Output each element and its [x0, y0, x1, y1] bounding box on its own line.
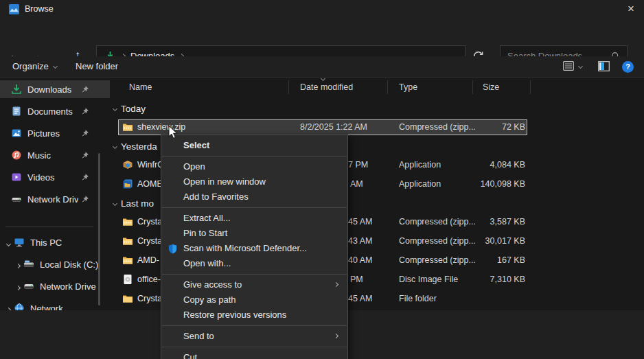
- menu-item-label: Extract All...: [183, 213, 231, 223]
- music-icon: [11, 150, 22, 161]
- sidebar-item-this-pc[interactable]: This PC: [0, 233, 110, 251]
- menu-separator: [162, 325, 347, 326]
- file-size: 72 KB: [453, 122, 525, 132]
- navigation-bar: ← → ↑ Downloads: [0, 18, 644, 56]
- network-drive-icon: [11, 194, 22, 205]
- column-divider[interactable]: [387, 80, 388, 94]
- file-size: 4,084 KB: [453, 160, 525, 170]
- file-date: 43 AM: [348, 236, 372, 246]
- file-name: AOME: [137, 179, 163, 189]
- file-date: 7 PM: [348, 160, 368, 170]
- menu-item-label: Pin to Start: [183, 228, 227, 238]
- defender-shield-icon: [168, 244, 178, 254]
- sidebar-separator: [5, 227, 93, 227]
- sidebar-item-downloads[interactable]: Downloads: [0, 80, 110, 98]
- menu-item-label: Select: [183, 140, 209, 150]
- file-type: Application: [399, 179, 441, 189]
- menu-item-open-in-new-window[interactable]: Open in new window: [161, 174, 347, 189]
- column-header-date-modified[interactable]: Date modified: [300, 82, 353, 92]
- column-divider[interactable]: [288, 80, 289, 94]
- menu-item-pin-to-start[interactable]: Pin to Start: [161, 226, 347, 241]
- this-pc-icon: [14, 237, 25, 248]
- menu-item-add-to-favorites[interactable]: Add to Favorites: [161, 189, 347, 205]
- help-button[interactable]: ?: [622, 61, 634, 73]
- title-bar: Browse ×: [0, 0, 644, 18]
- sidebar-item-label: Network Driv: [27, 194, 78, 205]
- column-header-size[interactable]: Size: [483, 82, 499, 92]
- menu-item-label: Open with...: [183, 258, 231, 268]
- sidebar-item-network-drive[interactable]: Network Drive: [0, 277, 110, 295]
- file-type: Disc Image File: [399, 275, 458, 284]
- menu-item-extract-all[interactable]: Extract All...: [161, 211, 347, 226]
- group-header-today[interactable]: Today: [110, 102, 644, 115]
- sidebar-scrollbar[interactable]: [98, 153, 100, 305]
- group-label: Today: [121, 104, 146, 114]
- menu-item-give-access-to[interactable]: Give access to: [161, 277, 347, 292]
- sidebar-item-network-drive-quick[interactable]: Network Driv: [0, 190, 110, 208]
- column-header-type[interactable]: Type: [399, 82, 417, 92]
- column-divider[interactable]: [472, 80, 473, 94]
- view-mode-button[interactable]: [563, 61, 582, 71]
- sidebar-item-pictures[interactable]: Pictures: [0, 124, 110, 142]
- menu-item-select[interactable]: Select: [161, 138, 347, 153]
- menu-item-open[interactable]: Open: [161, 159, 347, 174]
- menu-item-cut[interactable]: Cut: [161, 350, 347, 359]
- disc-image-icon: [122, 274, 133, 285]
- file-date: PM: [350, 275, 363, 284]
- file-type: File folder: [399, 294, 437, 303]
- videos-icon: [11, 172, 22, 183]
- file-type: Application: [399, 160, 441, 170]
- zip-folder-icon: [122, 216, 133, 227]
- menu-item-label: Add to Favorites: [183, 192, 249, 202]
- zip-folder-icon: [122, 235, 133, 246]
- file-size: 167 KB: [453, 255, 525, 265]
- organize-button[interactable]: Organize: [12, 61, 57, 71]
- menu-item-open-with[interactable]: Open with...: [161, 256, 347, 271]
- sidebar-item-local-disk-c[interactable]: Local Disk (C:): [0, 255, 110, 273]
- file-name: Crysta: [137, 217, 162, 227]
- column-divider[interactable]: [530, 80, 531, 94]
- menu-item-scan-with-defender[interactable]: Scan with Microsoft Defender...: [161, 241, 347, 256]
- pin-icon: [81, 107, 89, 115]
- menu-item-label: Open: [183, 161, 205, 172]
- file-row-shexview-zip[interactable]: shexview.zip 8/2/2025 1:22 AM Compressed…: [110, 119, 644, 135]
- sidebar-item-videos[interactable]: Videos: [0, 168, 110, 186]
- sidebar-item-label: Videos: [27, 172, 55, 183]
- menu-item-label: Copy as path: [183, 294, 236, 305]
- group-label: Yesterda: [121, 141, 157, 152]
- pin-icon: [81, 85, 89, 93]
- group-label: Last mo: [121, 198, 154, 209]
- submenu-arrow-icon: [334, 334, 338, 338]
- file-date: 45 AM: [348, 217, 372, 227]
- folder-icon: [122, 293, 133, 304]
- sidebar-item-documents[interactable]: Documents: [0, 102, 110, 120]
- pin-icon: [81, 151, 89, 159]
- sidebar-item-music[interactable]: Music: [0, 146, 110, 164]
- chevron-right-icon[interactable]: [12, 281, 23, 292]
- menu-item-label: Scan with Microsoft Defender...: [183, 243, 307, 253]
- file-date: 8/2/2025 1:22 AM: [300, 122, 367, 132]
- zip-folder-icon: [122, 255, 133, 266]
- file-name: AMD-: [137, 255, 159, 265]
- new-folder-button[interactable]: New folder: [76, 61, 118, 71]
- documents-icon: [11, 106, 22, 117]
- chevron-down-icon: [113, 200, 117, 205]
- preview-pane-button[interactable]: [598, 61, 610, 71]
- chevron-right-icon[interactable]: [12, 259, 23, 270]
- menu-item-label: Restore previous versions: [183, 310, 286, 320]
- menu-item-restore-previous-versions[interactable]: Restore previous versions: [161, 308, 347, 323]
- mouse-cursor: [166, 125, 180, 140]
- menu-item-label: Cut: [183, 352, 197, 359]
- list-view-icon: [563, 61, 574, 71]
- menu-item-copy-as-path[interactable]: Copy as path: [161, 292, 347, 308]
- menu-item-label: Open in new window: [183, 176, 266, 187]
- chevron-down-icon[interactable]: [3, 238, 14, 248]
- sidebar-item-label: Music: [27, 150, 51, 161]
- column-header-name[interactable]: Name: [129, 82, 152, 92]
- menu-item-send-to[interactable]: Send to: [161, 329, 347, 344]
- app-icon: [9, 4, 19, 14]
- pin-icon: [81, 173, 89, 181]
- close-button[interactable]: ×: [623, 1, 639, 16]
- command-toolbar: Organize New folder ?: [0, 56, 644, 78]
- downloads-icon: [11, 84, 22, 95]
